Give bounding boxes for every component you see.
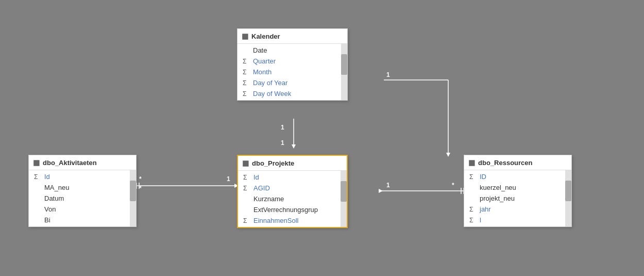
table-projekte-icon: ▦ — [242, 159, 249, 167]
table-ressourcen-icon: ▦ — [468, 158, 475, 167]
field-aktiv-maneu[interactable]: MA_neu — [29, 182, 129, 193]
relation-label-proj-res-right: * — [452, 182, 454, 189]
sigma-icon: Σ — [243, 79, 250, 87]
scrollbar-ressourcen-thumb[interactable] — [565, 181, 571, 201]
field-label: Day of Week — [253, 90, 291, 98]
field-label: jahr — [480, 205, 491, 213]
svg-marker-1 — [292, 144, 296, 149]
sigma-icon: Σ — [469, 206, 477, 213]
field-aktiv-von[interactable]: Von — [29, 204, 129, 215]
field-label: ExtVerrechnungsgrup — [253, 206, 318, 214]
field-label: projekt_neu — [480, 194, 515, 202]
field-projekte-kurzname[interactable]: Kurzname — [238, 193, 340, 204]
field-aktiv-id[interactable]: Σ Id — [29, 171, 129, 182]
field-label: ID — [480, 173, 486, 181]
field-res-jahr[interactable]: Σ jahr — [464, 204, 564, 215]
sigma-icon: Σ — [243, 90, 250, 98]
table-kalender-body: Date Σ Quarter Σ Month Σ Day of Year Σ D… — [238, 44, 347, 100]
table-dbo-projekte[interactable]: ▦ dbo_Projekte Σ Id Σ AGID Kurzname ExtV… — [237, 155, 348, 228]
scrollbar-aktivitaeten-thumb[interactable] — [130, 181, 136, 201]
sigma-icon: Σ — [469, 173, 477, 181]
relation-label-aktiv-proj-left: * — [139, 175, 142, 183]
table-projekte-body: Σ Id Σ AGID Kurzname ExtVerrechnungsgrup… — [238, 171, 347, 227]
table-aktivitaeten-body: Σ Id MA_neu Datum Von Bi — [29, 170, 136, 226]
field-label: Kurzname — [253, 195, 284, 203]
field-projekte-extverr[interactable]: ExtVerrechnungsgrup — [238, 204, 340, 215]
table-projekte-header: ▦ dbo_Projekte — [238, 156, 347, 171]
scrollbar-kalender-thumb[interactable] — [341, 54, 347, 75]
relation-label-aktiv-proj-left2: * — [139, 185, 142, 192]
table-aktivitaeten-icon: ▦ — [33, 158, 40, 167]
relation-label-kalender-projekte-top: 1 — [281, 124, 284, 131]
field-label: Day of Year — [253, 79, 287, 87]
field-label: kuerzel_neu — [480, 184, 516, 191]
scrollbar-aktivitaeten[interactable] — [130, 170, 136, 226]
field-kalender-date[interactable]: Date — [238, 45, 340, 56]
relation-label-aktiv-proj-right: 1 — [227, 175, 230, 183]
field-projekte-id[interactable]: Σ Id — [238, 172, 340, 183]
field-label: Bi — [44, 216, 50, 224]
sigma-icon: Σ — [243, 58, 250, 65]
table-dbo-aktivitaeten[interactable]: ▦ dbo_Aktivitaeten Σ Id MA_neu Datum Von… — [28, 155, 137, 227]
table-kalender-icon: ▦ — [242, 32, 248, 40]
field-projekte-einnahmen[interactable]: Σ EinnahmenSoll — [238, 215, 340, 226]
table-ressourcen-title: dbo_Ressourcen — [478, 159, 532, 167]
table-kalender[interactable]: ▦ Kalender Date Σ Quarter Σ Month Σ Day … — [237, 28, 348, 101]
field-label: AGID — [253, 184, 270, 192]
sigma-icon: Σ — [243, 185, 250, 192]
relation-label-kalender-projekte-bottom: 1 — [281, 139, 284, 147]
field-kalender-dayofweek[interactable]: Σ Day of Week — [238, 88, 340, 99]
field-label: Id — [44, 173, 50, 181]
field-kalender-dayofyear[interactable]: Σ Day of Year — [238, 77, 340, 88]
field-label: EinnahmenSoll — [253, 217, 298, 224]
sigma-icon: Σ — [469, 217, 477, 224]
field-label: Quarter — [253, 57, 276, 65]
field-aktiv-datum[interactable]: Datum — [29, 193, 129, 204]
table-dbo-ressourcen[interactable]: ▦ dbo_Ressourcen Σ ID kuerzel_neu projek… — [464, 155, 572, 227]
field-res-kuerzel[interactable]: kuerzel_neu — [464, 182, 564, 193]
relation-label-kal-res: 1 — [386, 71, 390, 78]
table-aktivitaeten-title: dbo_Aktivitaeten — [43, 159, 97, 167]
field-res-id[interactable]: Σ ID — [464, 171, 564, 182]
svg-marker-8 — [446, 153, 450, 157]
field-label: Month — [253, 68, 272, 76]
scrollbar-projekte[interactable] — [341, 171, 347, 227]
table-ressourcen-header: ▦ dbo_Ressourcen — [464, 155, 571, 170]
relation-label-proj-res-left: 1 — [386, 182, 390, 189]
field-label: Id — [253, 173, 259, 181]
field-kalender-quarter[interactable]: Σ Quarter — [238, 56, 340, 67]
scrollbar-projekte-thumb[interactable] — [341, 181, 347, 202]
field-label: l — [480, 216, 481, 224]
field-label: MA_neu — [44, 184, 69, 191]
field-res-l[interactable]: Σ l — [464, 215, 564, 225]
field-label: Date — [253, 46, 267, 54]
svg-marker-12 — [379, 189, 383, 193]
table-aktivitaeten-header: ▦ dbo_Aktivitaeten — [29, 155, 136, 170]
scrollbar-kalender[interactable] — [341, 44, 347, 100]
sigma-icon: Σ — [243, 217, 250, 224]
field-kalender-month[interactable]: Σ Month — [238, 67, 340, 77]
table-kalender-title: Kalender — [251, 33, 280, 40]
field-aktiv-bi[interactable]: Bi — [29, 215, 129, 225]
table-ressourcen-body: Σ ID kuerzel_neu projekt_neu Σ jahr Σ l — [464, 170, 571, 226]
field-label: Datum — [44, 194, 64, 202]
scrollbar-ressourcen[interactable] — [565, 170, 571, 226]
field-projekte-agid[interactable]: Σ AGID — [238, 183, 340, 193]
table-projekte-title: dbo_Projekte — [252, 159, 294, 167]
sigma-icon: Σ — [243, 174, 250, 181]
field-res-projekt[interactable]: projekt_neu — [464, 193, 564, 204]
table-kalender-header: ▦ Kalender — [238, 29, 347, 44]
sigma-icon: Σ — [243, 69, 250, 76]
sigma-icon: Σ — [34, 173, 41, 181]
field-label: Von — [44, 205, 56, 213]
